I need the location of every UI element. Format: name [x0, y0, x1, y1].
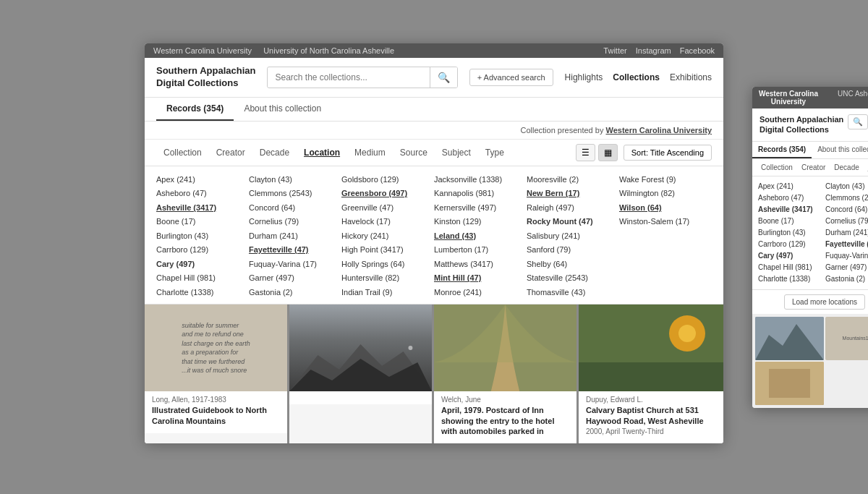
list-item[interactable]: Cornelius (79) [249, 216, 341, 228]
list-item[interactable]: Greensboro (497) [341, 187, 434, 200]
list-item[interactable]: Monroe (241) [434, 286, 527, 299]
sort-button[interactable]: Sort: Title Ascending [624, 145, 712, 161]
list-item[interactable]: Boone (17) [758, 216, 824, 227]
list-item[interactable]: Concord (64) [249, 202, 341, 214]
list-item[interactable]: Durham (241) [825, 227, 868, 239]
overlay-filter-collection[interactable]: Collection [757, 162, 797, 173]
result-item[interactable]: suitable for summerand me to refund onel… [145, 305, 289, 443]
list-item[interactable]: Gastonia (2) [825, 273, 868, 285]
filter-medium[interactable]: Medium [347, 145, 393, 160]
list-item[interactable]: Charlotte (1338) [758, 273, 824, 285]
list-item[interactable]: Winston-Salem (17) [619, 216, 712, 228]
list-item[interactable]: Carrboro (129) [156, 244, 249, 256]
overlay-filter-creator[interactable]: Creator [797, 162, 830, 173]
list-item[interactable]: Fuquay-Varina (17) [249, 258, 341, 271]
facebook-link[interactable]: Facebook [680, 46, 715, 55]
instagram-link[interactable]: Instagram [636, 46, 671, 55]
filter-decade[interactable]: Decade [252, 145, 297, 160]
list-item[interactable]: Mint Hill (47) [434, 272, 527, 284]
list-item[interactable]: Salisbury (241) [527, 230, 619, 242]
list-item[interactable]: Kernersville (497) [434, 202, 527, 214]
list-item[interactable]: Clayton (43) [249, 174, 341, 186]
list-item[interactable]: High Point (3417) [341, 244, 434, 256]
overlay-filter-location[interactable]: Location [864, 162, 868, 173]
wcu-link[interactable]: Western Carolina University [153, 46, 252, 55]
result-item[interactable] [289, 305, 434, 443]
list-item[interactable]: Boone (17) [156, 216, 249, 228]
advanced-search-button[interactable]: + Advanced search [469, 69, 553, 86]
list-item[interactable]: Cornelius (79) [825, 216, 868, 227]
filter-subject[interactable]: Subject [435, 145, 478, 160]
list-item[interactable]: Garner (497) [825, 262, 868, 273]
filter-type[interactable]: Type [478, 145, 511, 160]
list-item[interactable]: Statesville (2543) [527, 272, 619, 284]
list-item[interactable]: Clemmons (2543) [249, 187, 341, 200]
overlay-image-3[interactable] [755, 362, 824, 405]
list-item[interactable]: Fuquay-Varina (17) [825, 250, 868, 262]
list-item[interactable]: Wake Forest (9) [619, 174, 712, 186]
list-item[interactable]: Concord (64) [825, 204, 868, 216]
list-item[interactable]: Shelby (64) [527, 258, 619, 271]
list-item[interactable]: Fayetteville (47) [249, 244, 341, 256]
list-item[interactable]: Lumberton (17) [434, 244, 527, 256]
twitter-link[interactable]: Twitter [603, 46, 626, 55]
list-item[interactable]: Asheboro (47) [758, 192, 824, 204]
list-item[interactable]: Hickory (241) [341, 230, 434, 242]
search-button[interactable]: 🔍 [430, 67, 457, 88]
search-input[interactable] [268, 68, 429, 87]
list-item[interactable]: Greenville (47) [341, 202, 434, 214]
list-item[interactable]: Gastonia (2) [249, 286, 341, 299]
overlay-image-1[interactable] [755, 317, 824, 360]
filter-creator[interactable]: Creator [209, 145, 252, 160]
filter-source[interactable]: Source [393, 145, 435, 160]
list-item[interactable]: Kinston (129) [434, 216, 527, 228]
list-item[interactable]: Asheville (3417) [758, 204, 824, 216]
list-item[interactable]: Matthews (3417) [434, 258, 527, 271]
overlay-unca-tab[interactable]: UNC Asheville [825, 87, 868, 108]
list-view-button[interactable]: ☰ [576, 144, 595, 161]
list-item[interactable]: Huntersville (82) [341, 272, 434, 284]
list-item[interactable]: Kannapolis (981) [434, 187, 527, 200]
nav-collections[interactable]: Collections [613, 72, 660, 82]
list-item[interactable]: Mooresville (2) [527, 174, 619, 186]
list-item[interactable]: Rocky Mount (47) [527, 216, 619, 228]
list-item[interactable]: Havelock (17) [341, 216, 434, 228]
list-item[interactable]: Clemmons (2543) [825, 192, 868, 204]
overlay-tab-about[interactable]: About this collection [812, 142, 868, 158]
list-item[interactable]: Wilson (64) [619, 202, 712, 214]
filter-collection[interactable]: Collection [156, 145, 209, 160]
list-item[interactable]: Thomasville (43) [527, 286, 619, 299]
result-item[interactable]: Welch, June April, 1979. Postcard of Inn… [434, 305, 579, 443]
list-item[interactable]: Raleigh (497) [527, 202, 619, 214]
list-item[interactable]: Carrboro (129) [758, 239, 824, 250]
tab-records[interactable]: Records (354) [156, 98, 234, 121]
list-item[interactable]: Leland (43) [434, 230, 527, 242]
list-item[interactable]: Asheboro (47) [156, 187, 249, 200]
load-more-button[interactable]: Load more locations [784, 294, 865, 310]
nav-exhibitions[interactable]: Exhibitions [670, 72, 712, 82]
list-item[interactable]: Cary (497) [758, 250, 824, 262]
list-item[interactable]: Sanford (79) [527, 244, 619, 256]
overlay-wcu-tab[interactable]: Western Carolina University [752, 87, 825, 108]
list-item[interactable]: Chapel Hill (981) [156, 272, 249, 284]
list-item[interactable]: Apex (241) [758, 181, 824, 192]
list-item[interactable]: Indian Trail (9) [341, 286, 434, 299]
list-item[interactable]: Apex (241) [156, 174, 249, 186]
overlay-filter-decade[interactable]: Decade [830, 162, 863, 173]
grid-view-button[interactable]: ▦ [598, 144, 618, 161]
unca-link[interactable]: University of North Carolina Asheville [263, 46, 394, 55]
list-item[interactable]: Durham (241) [249, 230, 341, 242]
list-item[interactable]: New Bern (17) [527, 187, 619, 200]
list-item[interactable]: Cary (497) [156, 258, 249, 271]
list-item[interactable]: Burlington (43) [156, 230, 249, 242]
list-item[interactable]: Holly Springs (64) [341, 258, 434, 271]
overlay-tab-records[interactable]: Records (354) [752, 142, 812, 158]
nav-highlights[interactable]: Highlights [565, 72, 603, 82]
list-item[interactable]: Garner (497) [249, 272, 341, 284]
tab-about[interactable]: About this collection [234, 98, 331, 121]
list-item[interactable]: Clayton (43) [825, 181, 868, 192]
filter-location[interactable]: Location [297, 145, 347, 160]
list-item[interactable]: Asheville (3417) [156, 202, 249, 214]
list-item[interactable]: Burlington (43) [758, 227, 824, 239]
collection-banner-link[interactable]: Western Carolina University [605, 126, 712, 135]
